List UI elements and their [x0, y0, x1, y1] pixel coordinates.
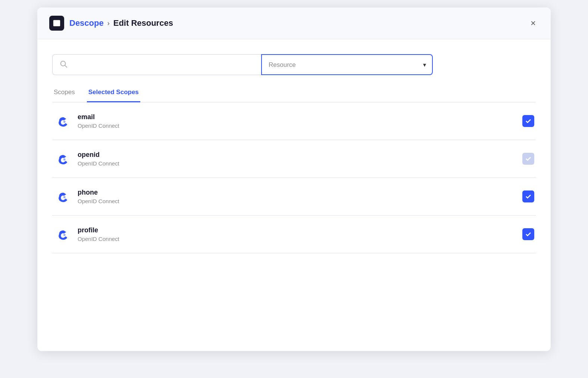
descope-icon-email	[54, 113, 70, 129]
scope-item-phone: phone OpenID Connect	[52, 178, 536, 216]
close-button[interactable]: ×	[528, 17, 539, 29]
descope-icon-phone	[54, 188, 70, 205]
breadcrumb: Descope › Edit Resources	[69, 18, 173, 28]
tab-selected-scopes[interactable]: Selected Scopes	[87, 89, 140, 102]
tabs-row: Scopes Selected Scopes	[52, 89, 536, 102]
scope-provider-openid: OpenID Connect	[78, 160, 515, 167]
scope-provider-email: OpenID Connect	[78, 123, 515, 129]
checkbox-profile[interactable]	[522, 228, 534, 240]
modal-body: Resource OpenID Connect OAuth ▾ Scopes S…	[37, 39, 551, 268]
app-icon	[49, 16, 64, 31]
scope-info-email: email OpenID Connect	[78, 113, 515, 129]
modal-container: Descope › Edit Resources × Resource	[37, 7, 551, 351]
checkbox-email[interactable]	[522, 115, 534, 127]
scope-name-profile: profile	[78, 226, 515, 234]
scope-item-openid: openid OpenID Connect	[52, 140, 536, 178]
svg-line-3	[65, 65, 67, 67]
scope-name-openid: openid	[78, 151, 515, 159]
page-title: Edit Resources	[113, 18, 173, 28]
svg-point-6	[63, 196, 66, 198]
scope-info-profile: profile OpenID Connect	[78, 226, 515, 242]
svg-rect-1	[53, 20, 60, 22]
scope-provider-profile: OpenID Connect	[78, 236, 515, 242]
svg-point-7	[63, 234, 66, 236]
scope-name-email: email	[78, 113, 515, 121]
scope-item-profile: profile OpenID Connect	[52, 216, 536, 253]
svg-point-4	[63, 121, 66, 123]
resource-select-wrap: Resource OpenID Connect OAuth ▾	[261, 54, 433, 75]
descope-icon-profile	[54, 226, 70, 242]
checkbox-openid[interactable]	[522, 153, 534, 165]
checkbox-faded-openid[interactable]	[522, 153, 534, 165]
search-icon	[59, 60, 68, 70]
scope-item-email: email OpenID Connect	[52, 102, 536, 140]
resource-select[interactable]: Resource OpenID Connect OAuth	[262, 55, 432, 74]
scope-info-openid: openid OpenID Connect	[78, 151, 515, 167]
scope-list: email OpenID Connect	[52, 102, 536, 253]
search-filter-row: Resource OpenID Connect OAuth ▾	[52, 54, 433, 75]
tab-scopes[interactable]: Scopes	[52, 89, 76, 102]
scope-name-phone: phone	[78, 189, 515, 196]
scope-info-phone: phone OpenID Connect	[78, 189, 515, 204]
checkbox-checked-phone[interactable]	[522, 190, 534, 202]
search-box	[52, 54, 261, 75]
window-icon	[53, 19, 61, 27]
search-input[interactable]	[71, 61, 254, 68]
checkbox-checked-profile[interactable]	[522, 228, 534, 240]
checkbox-checked-email[interactable]	[522, 115, 534, 127]
checkbox-phone[interactable]	[522, 190, 534, 202]
modal-header: Descope › Edit Resources ×	[37, 7, 551, 39]
app-name: Descope	[69, 18, 104, 28]
svg-point-5	[63, 158, 66, 161]
scope-provider-phone: OpenID Connect	[78, 198, 515, 204]
breadcrumb-chevron-icon: ›	[107, 19, 110, 27]
descope-icon-openid	[54, 151, 70, 167]
